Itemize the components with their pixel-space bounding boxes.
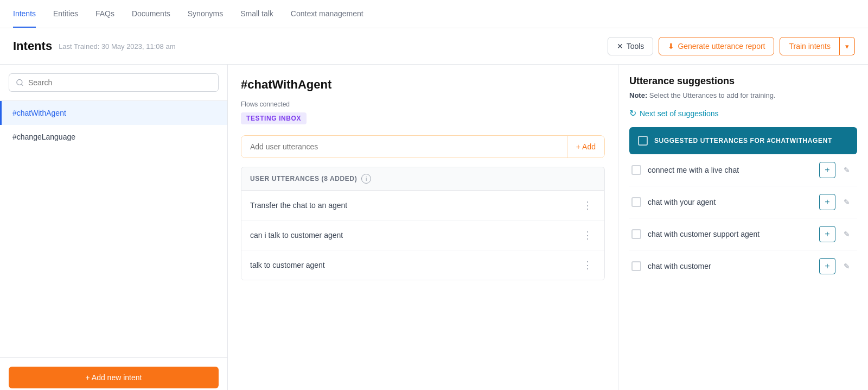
suggestion-left: chat with customer: [631, 261, 819, 271]
list-item: chat with your agent + ✎: [629, 186, 857, 218]
utterance-input-row: + Add: [241, 135, 605, 158]
edit-suggestion-button-3[interactable]: ✎: [839, 258, 855, 274]
nav-synonyms[interactable]: Synonyms: [188, 1, 223, 28]
tools-button[interactable]: ✕ Tools: [608, 37, 654, 55]
header-left: Intents Last Trained: 30 May 2023, 11:08…: [13, 39, 175, 53]
tools-label: Tools: [627, 42, 644, 51]
suggestion-text: chat with customer support agent: [648, 230, 760, 238]
search-box: [9, 73, 219, 92]
search-icon: [16, 78, 24, 87]
train-intents-button[interactable]: Train intents: [780, 37, 840, 55]
more-options-icon[interactable]: ⋮: [579, 198, 596, 212]
main-layout: #chatWithAgent #changeLanguage + Add new…: [0, 65, 868, 390]
table-row: talk to customer agent ⋮: [241, 250, 604, 280]
search-input[interactable]: [28, 78, 212, 87]
nav-documents[interactable]: Documents: [132, 1, 170, 28]
utterances-count-label: USER UTTERANCES (8 ADDED): [250, 175, 357, 183]
suggestion-checkbox-2[interactable]: [631, 229, 641, 239]
generate-utterance-button[interactable]: ⬇ Generate utterance report: [659, 37, 774, 55]
edit-suggestion-button-1[interactable]: ✎: [839, 194, 855, 210]
suggestion-text: chat with customer: [648, 262, 711, 271]
more-options-icon[interactable]: ⋮: [579, 258, 596, 272]
suggestion-actions: + ✎: [819, 194, 855, 210]
intent-title: #chatWithAgent: [241, 78, 605, 92]
suggestion-text: chat with your agent: [648, 198, 716, 206]
header-actions: ✕ Tools ⬇ Generate utterance report Trai…: [608, 37, 855, 55]
refresh-icon: ↻: [629, 108, 636, 118]
edit-suggestion-button-0[interactable]: ✎: [839, 162, 855, 178]
nav-context-management[interactable]: Context management: [291, 1, 363, 28]
suggestion-actions: + ✎: [819, 258, 855, 274]
table-row: Transfer the chat to an agent ⋮: [241, 191, 604, 221]
suggestion-left: chat with customer support agent: [631, 229, 819, 239]
utterance-text: talk to customer agent: [250, 261, 325, 269]
page-header: Intents Last Trained: 30 May 2023, 11:08…: [0, 28, 868, 65]
top-nav: Intents Entities FAQs Documents Synonyms…: [0, 0, 868, 28]
sidebar-item-chatWithAgent[interactable]: #chatWithAgent: [0, 101, 227, 125]
last-trained-label: Last Trained: 30 May 2023, 11:08 am: [59, 42, 175, 51]
sidebar: #chatWithAgent #changeLanguage + Add new…: [0, 65, 228, 390]
add-utterance-button[interactable]: + Add: [567, 136, 604, 158]
utterance-text: Transfer the chat to an agent: [250, 201, 347, 210]
suggestion-header-row: SUGGESTED UTTERANCES FOR #CHATWITHAGENT: [629, 127, 857, 154]
flow-badge: TESTING INBOX: [241, 112, 307, 124]
suggestion-actions: + ✎: [819, 226, 855, 242]
download-icon: ⬇: [668, 42, 674, 51]
nav-small-talk[interactable]: Small talk: [240, 1, 273, 28]
add-suggestion-button-0[interactable]: +: [819, 162, 835, 178]
utterance-text: can i talk to customer agent: [250, 231, 343, 240]
suggestions-note: Note: Select the Utterances to add for t…: [629, 91, 857, 99]
svg-point-0: [17, 79, 22, 85]
note-text: Select the Utterances to add for trainin…: [649, 91, 776, 99]
right-panel: Utterance suggestions Note: Select the U…: [618, 65, 868, 390]
nav-entities[interactable]: Entities: [53, 1, 78, 28]
nav-faqs[interactable]: FAQs: [95, 1, 114, 28]
train-label: Train intents: [789, 42, 831, 51]
more-options-icon[interactable]: ⋮: [579, 228, 596, 242]
select-all-checkbox[interactable]: [638, 136, 648, 146]
add-suggestion-button-2[interactable]: +: [819, 226, 835, 242]
generate-label: Generate utterance report: [678, 42, 765, 51]
sidebar-item-changeLanguage[interactable]: #changeLanguage: [0, 125, 227, 149]
sidebar-footer: + Add new intent: [0, 357, 227, 390]
svg-line-1: [21, 84, 23, 86]
edit-suggestion-button-2[interactable]: ✎: [839, 226, 855, 242]
utterance-input[interactable]: [241, 136, 567, 158]
note-prefix: Note:: [629, 91, 647, 99]
utterances-list: Transfer the chat to an agent ⋮ can i ta…: [241, 190, 605, 280]
suggestion-checkbox-0[interactable]: [631, 165, 641, 175]
add-suggestion-button-1[interactable]: +: [819, 194, 835, 210]
suggestions-title: Utterance suggestions: [629, 76, 857, 87]
intent-list: #chatWithAgent #changeLanguage: [0, 101, 227, 357]
center-panel: #chatWithAgent Flows connected TESTING I…: [228, 65, 618, 390]
flows-connected-label: Flows connected: [241, 100, 605, 108]
suggestion-text: connect me with a live chat: [648, 166, 739, 174]
add-suggestion-button-3[interactable]: +: [819, 258, 835, 274]
suggestion-checkbox-1[interactable]: [631, 197, 641, 207]
info-icon[interactable]: i: [361, 174, 371, 184]
table-row: can i talk to customer agent ⋮: [241, 221, 604, 250]
suggestion-actions: + ✎: [819, 162, 855, 178]
chevron-down-icon: ▾: [845, 42, 849, 51]
suggestion-checkbox-3[interactable]: [631, 261, 641, 271]
next-suggestions-button[interactable]: ↻ Next set of suggestions: [629, 108, 719, 118]
add-new-intent-button[interactable]: + Add new intent: [9, 367, 219, 388]
list-item: chat with customer support agent + ✎: [629, 218, 857, 250]
page-title: Intents: [13, 39, 52, 53]
tools-x-icon: ✕: [617, 42, 623, 51]
search-container: [0, 65, 227, 101]
list-item: connect me with a live chat + ✎: [629, 154, 857, 186]
suggestion-left: connect me with a live chat: [631, 165, 819, 175]
train-group: Train intents ▾: [780, 37, 855, 55]
next-suggestions-label: Next set of suggestions: [640, 109, 719, 118]
list-item: chat with customer + ✎: [629, 250, 857, 282]
train-intents-dropdown-button[interactable]: ▾: [840, 37, 855, 55]
suggestion-header-text: SUGGESTED UTTERANCES FOR #CHATWITHAGENT: [654, 137, 832, 144]
utterances-header: USER UTTERANCES (8 ADDED) i: [241, 167, 605, 190]
nav-intents[interactable]: Intents: [13, 1, 36, 28]
suggestion-left: chat with your agent: [631, 197, 819, 207]
